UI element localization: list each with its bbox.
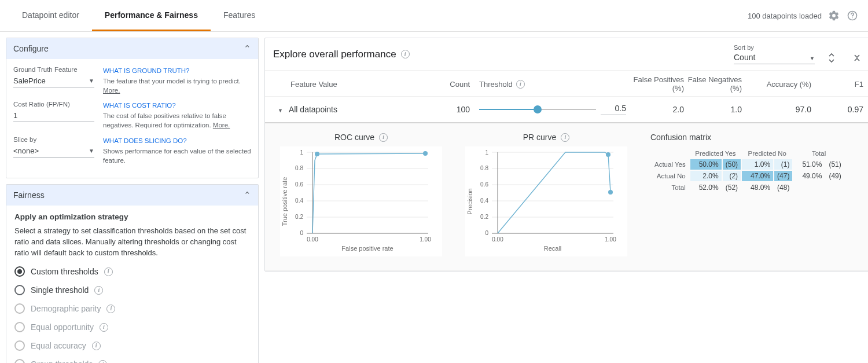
info-icon[interactable]: i [379,133,388,142]
fairness-body-desc: Select a strategy to set classification … [14,226,250,259]
cost-ratio-input[interactable]: 1 [13,109,94,122]
cm-cell: 52.0% [693,184,719,192]
pr-title: PR curve [523,133,557,142]
col-f1: F1 [811,80,863,89]
ground-truth-question: WHAT IS GROUND TRUTH? [103,66,251,75]
svg-text:1: 1 [485,149,488,156]
pr-chart: 0 0.2 0.4 0.6 0.8 1 0.00 1.00 [465,146,627,256]
info-icon[interactable]: i [98,360,107,363]
radio-icon [14,359,25,363]
info-icon[interactable]: i [401,50,410,58]
tab-performance-fairness[interactable]: Performance & Fairness [92,1,211,31]
col-threshold: Threshold i [470,80,626,89]
radio-label: Demographic parity [31,304,101,313]
radio-label: Single threshold [31,285,89,295]
radio-label: Group thresholds [31,360,93,363]
radio-custom-thresholds[interactable]: Custom thresholds i [14,266,250,277]
cm-actual-yes-header: Actual Yes [652,159,689,170]
configure-panel: Configure ⌃ Ground Truth Feature SalePri… [6,38,259,178]
confusion-matrix: Predicted Yes Predicted No Total Actual … [650,148,845,194]
ground-truth-more-link[interactable]: More. [103,87,120,94]
svg-text:Recall: Recall [544,245,562,252]
sort-toggle-icon[interactable] [825,52,838,64]
radio-group-thresholds[interactable]: Group thresholds i [14,359,250,363]
svg-text:0.8: 0.8 [295,165,303,171]
info-icon[interactable]: i [561,133,569,142]
tab-features[interactable]: Features [211,1,268,31]
datapoints-loaded-label: 100 datapoints loaded [748,12,822,20]
radio-single-threshold[interactable]: Single threshold i [14,285,250,295]
svg-point-1 [852,17,852,18]
tabs: Datapoint editor Performance & Fairness … [9,1,268,31]
ground-truth-help: The feature that your model is trying to… [103,78,241,85]
fairness-radio-list: Custom thresholds i Single threshold i D… [14,266,250,363]
sort-select[interactable]: Count [734,51,815,64]
cm-cell: (52) [726,184,738,192]
slice-select[interactable]: <none> ▼ [13,144,94,157]
svg-text:0.4: 0.4 [480,197,488,204]
col-fn: False Negatives (%) [684,75,742,93]
info-icon[interactable]: i [106,305,115,313]
gear-icon[interactable] [827,9,840,22]
cm-cell: 50.0% [693,160,719,168]
roc-title: ROC curve [334,133,374,142]
col-count: Count [435,80,470,89]
radio-label: Custom thresholds [31,267,98,276]
svg-text:1.00: 1.00 [420,236,431,243]
svg-text:0: 0 [300,230,303,236]
info-icon[interactable]: i [94,286,103,295]
cost-ratio-label: Cost Ratio (FP/FN) [13,101,103,108]
col-fp: False Positives (%) [626,75,684,93]
cost-ratio-help: The cost of false positives relative to … [103,112,226,129]
info-icon[interactable]: i [92,342,101,350]
row-f1: 0.97 [811,105,863,114]
tab-datapoint-editor[interactable]: Datapoint editor [9,1,92,31]
svg-text:0.4: 0.4 [295,197,303,204]
row-acc: 97.0 [742,105,811,114]
radio-icon [14,340,25,351]
radio-icon [14,285,25,295]
ground-truth-value: SalePrice [13,76,46,85]
expand-row-icon[interactable] [278,105,283,114]
slice-label: Slice by [13,136,103,143]
caret-down-icon: ▼ [89,78,94,84]
help-icon[interactable] [846,9,859,22]
cm-pred-no-header: Predicted No [742,149,792,158]
cm-cell: (48) [777,184,789,192]
svg-text:0.8: 0.8 [480,165,488,171]
cost-ratio-more-link[interactable]: More. [213,122,230,129]
slice-value: <none> [13,146,39,155]
cm-total-row-header: Total [652,182,689,193]
cm-cell: (50) [726,160,738,168]
collapse-all-icon[interactable] [851,52,863,64]
radio-icon [14,303,25,314]
radio-label: Equal accuracy [31,341,86,350]
threshold-slider[interactable] [479,109,596,110]
row-fp: 2.0 [626,105,684,114]
svg-text:0.6: 0.6 [480,181,488,188]
svg-text:0.2: 0.2 [480,214,488,220]
cm-cell: (51) [829,160,841,168]
radio-demographic-parity[interactable]: Demographic parity i [14,303,250,314]
radio-equal-accuracy[interactable]: Equal accuracy i [14,340,250,351]
svg-text:1: 1 [300,149,303,156]
info-icon[interactable]: i [516,80,525,89]
row-feature-value: All datapoints [289,105,337,114]
info-icon[interactable]: i [100,323,108,332]
configure-header[interactable]: Configure ⌃ [6,38,258,59]
info-icon[interactable]: i [104,267,113,276]
cm-cell: 2.0% [693,172,719,180]
radio-equal-opportunity[interactable]: Equal opportunity i [14,322,250,332]
svg-text:True positive rate: True positive rate [281,177,288,226]
cm-cell: (2) [729,172,738,180]
svg-text:1.00: 1.00 [605,236,616,243]
chevron-up-icon: ⌃ [244,190,251,200]
ground-truth-select[interactable]: SalePrice ▼ [13,74,94,87]
svg-point-37 [608,190,613,195]
caret-down-icon: ▼ [89,148,94,154]
fairness-header[interactable]: Fairness ⌃ [6,185,258,206]
col-threshold-label: Threshold [479,80,513,89]
threshold-input[interactable]: 0.5 [601,104,626,115]
fairness-body-title: Apply an optimization strategy [14,212,250,221]
cm-total-header: Total [793,149,844,158]
